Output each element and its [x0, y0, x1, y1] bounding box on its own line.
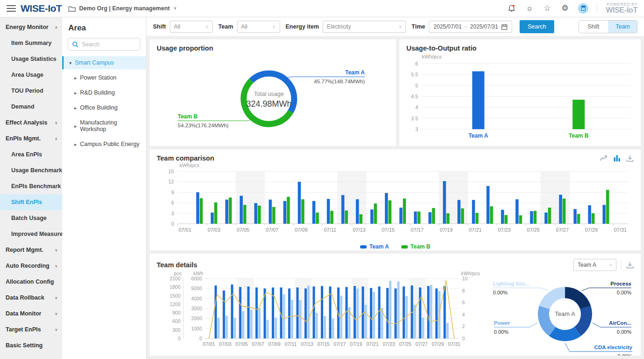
sidebar-item-label: Shift EnPIs	[11, 199, 42, 205]
svg-text:4: 4	[415, 104, 418, 110]
svg-text:07/11: 07/11	[285, 341, 297, 347]
usage-proportion-chart: Team A45.77%(148.74MWh)Team B54.23%(176.…	[150, 52, 396, 145]
sidebar-item-tou-period[interactable]: TOU Period	[0, 83, 62, 99]
team-comparison-legend: Team ATeam B	[150, 243, 641, 250]
sidebar-item-label: Target EnPIs	[6, 326, 41, 333]
svg-text:07/29: 07/29	[432, 341, 444, 347]
hamburger-menu-icon[interactable]	[7, 5, 16, 12]
sidebar-item-effect-analysis[interactable]: Effect Analysis∨	[0, 115, 62, 131]
svg-text:3: 3	[415, 126, 418, 132]
svg-text:Team B: Team B	[569, 132, 589, 139]
sidebar-item-batch-usage[interactable]: Batch Usage	[0, 210, 62, 226]
svg-text:07/21: 07/21	[366, 341, 378, 347]
sidebar-item-demand[interactable]: Demand	[0, 99, 62, 115]
svg-text:07/07: 07/07	[266, 227, 279, 233]
sidebar-item-basic-setting[interactable]: Basic Setting	[0, 337, 62, 353]
chevron-down-icon: ∨	[55, 121, 58, 125]
tree-item-label: Campus Public Energy	[80, 141, 139, 147]
settings-gear-icon[interactable]: ⚙	[560, 4, 570, 13]
svg-text:Team A: Team A	[469, 132, 488, 139]
tree-item-label: Smart Campus	[75, 59, 114, 66]
svg-text:07/15: 07/15	[382, 227, 395, 233]
view-toggle-team[interactable]: Team	[608, 21, 637, 33]
date-separator: -	[465, 23, 467, 30]
download-icon[interactable]	[626, 262, 634, 269]
brightness-icon[interactable]: ☼	[525, 4, 534, 13]
legend-team-a[interactable]: Team A	[360, 243, 389, 250]
area-search-input[interactable]	[82, 41, 133, 48]
sidebar-item-usage-statistics[interactable]: Usage Statistics	[0, 51, 62, 67]
svg-text:6: 6	[171, 200, 174, 205]
svg-text:Total usage: Total usage	[254, 91, 284, 97]
caret-right-icon: ▸	[74, 75, 77, 81]
download-icon[interactable]	[626, 155, 634, 162]
svg-text:10: 10	[462, 276, 468, 281]
sidebar-item-auto-recording[interactable]: Auto Recording∨	[0, 258, 62, 274]
shift-select[interactable]: All∨	[170, 21, 213, 33]
usage-output-ratio-card: Usage-to-Output ratio kWh/pcs33.544.555.…	[399, 39, 641, 146]
date-range-picker[interactable]: 2025/07/01 - 2025/07/31	[429, 21, 512, 33]
date-to-value: 2025/07/31	[470, 23, 498, 30]
time-filter-label: Time	[412, 23, 425, 30]
caret-right-icon: ▸	[74, 124, 77, 129]
bar-chart-view-icon[interactable]	[614, 155, 621, 161]
sidebar-item-allocation-config[interactable]: Allocation Config	[0, 274, 62, 290]
svg-text:5.5: 5.5	[411, 72, 418, 77]
energy-item-select[interactable]: Electricity∨	[323, 21, 406, 33]
tree-item-smart-campus[interactable]: ▾Smart Campus	[62, 56, 146, 69]
team-details-donut: Process0.00%AirCon...0.00%CDA electricit…	[490, 271, 639, 356]
svg-text:07/25: 07/25	[527, 227, 540, 233]
svg-text:0.00%: 0.00%	[617, 329, 631, 335]
sidebar-item-label: EnPIs Mgmt.	[6, 135, 41, 142]
sidebar-item-shift-enpis[interactable]: Shift EnPIs	[0, 194, 62, 210]
svg-text:300: 300	[172, 327, 181, 333]
sidebar-item-area-usage[interactable]: Area Usage	[0, 67, 62, 83]
sidebar-item-data-monitor[interactable]: Data Monitor∨	[0, 306, 62, 322]
tree-item-office-building[interactable]: ▸Office Building	[62, 101, 146, 114]
sidebar-item-area-enpis[interactable]: Area EnPIs	[0, 147, 62, 162]
tree-item-power-station[interactable]: ▸Power Station	[62, 71, 146, 84]
sidebar-item-target-enpis[interactable]: Target EnPIs∨	[0, 322, 62, 337]
tree-item-campus-public-energy[interactable]: ▸Campus Public Energy	[62, 138, 146, 151]
main-navigation-sidebar: Energy Monitor∧Item SummaryUsage Statist…	[0, 17, 62, 359]
assistant-icon[interactable]	[578, 3, 588, 14]
sidebar-item-enpis-mgmt[interactable]: EnPIs Mgmt.∧	[0, 131, 62, 147]
sidebar-item-item-summary[interactable]: Item Summary	[0, 35, 62, 51]
sidebar-item-label: Data Rollback	[6, 294, 44, 301]
sidebar-item-data-rollback[interactable]: Data Rollback∨	[0, 290, 62, 306]
sidebar-item-report-mgmt[interactable]: Report Mgmt.∨	[0, 242, 62, 258]
area-tree: ▾Smart Campus▸Power Station▸R&D Building…	[62, 56, 146, 151]
svg-text:324.98MWh: 324.98MWh	[246, 99, 291, 109]
svg-text:0: 0	[178, 336, 181, 341]
line-chart-view-icon[interactable]	[600, 155, 608, 161]
tree-item-manufacturing-workshop[interactable]: ▸Manufacturing Workshop	[62, 116, 146, 136]
team-details-team-select[interactable]: Team A∨	[573, 259, 616, 271]
area-search-box[interactable]	[68, 38, 140, 51]
sidebar-item-usage-benchmark[interactable]: Usage Benchmark	[0, 162, 62, 178]
usage-output-ratio-title: Usage-to-Output ratio	[406, 44, 477, 52]
svg-text:4.5: 4.5	[411, 94, 418, 99]
view-toggle-shift[interactable]: Shift	[579, 21, 608, 33]
sidebar-item-label: Batch Usage	[11, 215, 47, 221]
tree-item-r-d-building[interactable]: ▸R&D Building	[62, 86, 146, 99]
chevron-down-icon: ∨	[55, 248, 58, 252]
svg-text:0.00%: 0.00%	[618, 353, 632, 356]
org-selector[interactable]: Demo Org | Energy management ▼	[68, 5, 177, 12]
team-select[interactable]: All∨	[237, 21, 280, 33]
sidebar-item-label: Demand	[11, 103, 34, 110]
sidebar-item-label: Basic Setting	[6, 342, 43, 349]
team-comparison-title: Team comparison	[157, 154, 214, 162]
svg-text:pcs: pcs	[174, 271, 181, 276]
sidebar-item-improved-measure[interactable]: Improved Measure	[0, 226, 62, 242]
star-favorite-icon[interactable]: ☆	[543, 4, 552, 13]
notification-bell-icon[interactable]	[507, 4, 516, 13]
chevron-down-icon: ∨	[55, 264, 58, 268]
sidebar-item-energy-monitor[interactable]: Energy Monitor∧	[0, 19, 62, 35]
legend-team-b[interactable]: Team B	[401, 243, 430, 250]
search-button[interactable]: Search	[520, 20, 554, 33]
svg-text:54.23%(176.24MWh): 54.23%(176.24MWh)	[178, 123, 229, 128]
svg-text:Lighting Soc...: Lighting Soc...	[493, 281, 530, 286]
sidebar-item-enpis-benchmark[interactable]: EnPIs Benchmark	[0, 178, 62, 194]
usage-proportion-donut-svg: Team A45.77%(148.74MWh)Team B54.23%(176.…	[150, 52, 391, 143]
chevron-down-icon: ∨	[273, 24, 276, 29]
